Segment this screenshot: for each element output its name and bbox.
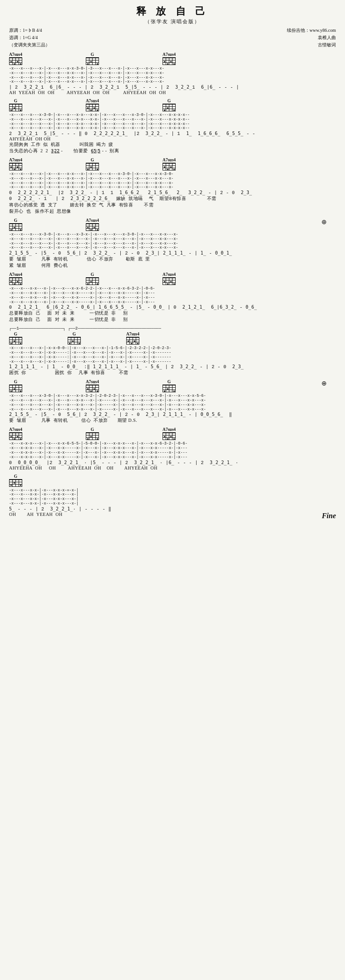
lyrics-3b: 裂开心 也 振作不起 思想像 — [9, 208, 336, 215]
composer: 袁椎人曲 — [287, 34, 336, 41]
chord-g-7b: G — [163, 380, 176, 392]
website: 续份吉他：www.y86.com — [287, 27, 336, 34]
tab-staff-2: -x---x---x---x-3-0-|-x---x---x-x---x-x-|… — [9, 113, 336, 131]
chord-a7sus4-1b: A7sus4 — [163, 52, 176, 65]
repeat-marks-row: ┌──1──────────────────┐ ┌──2────────────… — [9, 326, 336, 331]
main-title: 释 放 自 己 — [9, 5, 336, 18]
chord-g-6: G — [9, 332, 22, 345]
final-row: OH AH YEEAH OH Fine — [9, 512, 336, 520]
section-7: G A7sus4 — [9, 380, 336, 424]
numbers-1: | 2 3̲2̲2̲1 6̲|6̲ - - - | 2 3̲2̲2̲1 5̲|5… — [9, 85, 336, 90]
chord-g-3: G — [86, 158, 99, 170]
fine-mark: Fine — [322, 512, 336, 520]
lyrics-5b: 总要释放自 己 面 对 未 来 一切忧是 非 别 — [9, 316, 336, 323]
chord-a7sus4-5b: A7sus4 — [163, 272, 176, 285]
chord-a7sus4-4: A7sus4 — [86, 218, 99, 231]
chord-a7sus4-8: A7sus4 — [9, 427, 22, 440]
repeat-mark-1: ┌──1──────────────────┐ ┌──2────────────… — [9, 326, 161, 331]
chord-g-2b: G — [163, 99, 176, 111]
section-2: G A7sus4 — [9, 99, 336, 154]
chord-g-2: G — [9, 99, 22, 111]
section-4: G A7sus4 — [9, 218, 336, 269]
lyrics-8a: AHYEEHA OH OH AHYEEAH OH OH AHYEEAH OH — [9, 465, 336, 470]
select-key: 选调：1=G 4/4 — [9, 34, 50, 41]
tab-staff-7: -x---x---x---x-3-0-|-x---x---x-x-3-2-|-2… — [9, 394, 336, 412]
numbers-5: 0 2̲1̲2̲1̲ 6̲|6̲2̲2̲ - 0̲6̲| 1̲6̲6̲5̲5̲ … — [9, 305, 336, 310]
section-5: A7sus4 G — [9, 272, 336, 323]
title-section: 释 放 自 己 （张学友 演唱会版） — [9, 5, 336, 25]
tab-staff-1: -x---x---x---x-|-x---x---x-x-3-0-|-3---x… — [9, 67, 336, 85]
section-1: A7sus4 G — [9, 52, 336, 95]
lyrics-7a: 要 皱眉 凡事 有转机 信心 不放弃 期望 D.S. — [9, 417, 336, 424]
meta-left: 原调：1=♭B 4/4 选调：1=G 4/4 （变调夹夹第三品） — [9, 27, 50, 49]
page: 释 放 自 己 （张学友 演唱会版） 原调：1=♭B 4/4 选调：1=G 4/… — [0, 0, 345, 528]
numbers-3a: 0 2̲2̲2̲2̲2̲1̲ |2 3̲2̲2̲ - | 1 1 1̲6̲6̲2… — [9, 190, 336, 195]
lyrics-4a: 要 皱眉 凡事 有转机 信心 不放弃 歇斯 底 里 — [9, 256, 336, 262]
chord-g-7: G — [9, 380, 22, 392]
chord-g-1: G — [86, 52, 99, 65]
chord-a7sus4-8b: A7sus4 — [163, 427, 176, 440]
chord-a7sus4-2: A7sus4 — [86, 99, 99, 111]
tab-staff-9: -x---x---x-x-|-x---x-x-x-=-x-| -x---x---… — [9, 489, 336, 506]
numbers-6: 1̲2̲1̲1̲1̲ - | 1̲ - 0̲0̲ :‖ 1̲2̲1̲1̲1̲ -… — [9, 364, 336, 370]
section-3: A7sus4 G — [9, 158, 336, 215]
meta-section: 原调：1=♭B 4/4 选调：1=G 4/4 （变调夹夹第三品） 续份吉他：ww… — [9, 27, 336, 49]
chord-a7sus4-6: A7sus4 — [126, 332, 139, 345]
tab-staff-8: -x---x-x-x---x-|-x---x-x-6-5-5-|-5-0-0-|… — [9, 442, 336, 460]
lyrics-6a: 困扰 你 困扰 你 凡事 有惊喜 不需 — [9, 370, 336, 376]
lyricist: 古惜敏词 — [287, 41, 336, 49]
tab-staff-3: -x---x---x---x-|-x---x---x-x---x-|-x---x… — [9, 172, 336, 190]
tab-staff-5: -x---x---x-x---x-|-x---x---x-x-6-2-2-|-x… — [9, 287, 336, 305]
lyrics-2a: AHYEEAH OH OH — [9, 136, 336, 141]
numbers-7: 2̲1̲5̲5̲ - |5̲ - 0 5̲6̲| 2 3̲2̲2̲ - | 2 … — [9, 412, 336, 417]
lyrics-4b: 紧 皱眉 何用 费心机 — [9, 262, 336, 269]
chord-a7sus4-5: A7sus4 — [9, 272, 22, 285]
chord-g-9: G — [9, 474, 22, 487]
subtitle: （张学友 演唱会版） — [9, 18, 336, 25]
chord-g-6b: G — [68, 332, 81, 345]
lyrics-2b: 光阴匆匆 工作 似 机器 叫我困 竭力 疲 — [9, 141, 336, 148]
numbers-2: 2 3̲2̲2̲1 5̲|5̲ - - - ‖ 0 2̲2̲2̲2̲2̲1̲ |… — [9, 131, 336, 136]
lyrics-1: AH YEEAH OH OH AHYEEAH OH OH AHYEEAH OH … — [9, 90, 336, 95]
numbers-4: 2̲1̲5̲5̲ - |5̲ - 0 5̲6̲| 2 3̲2̲2̲ - | 2 … — [9, 250, 336, 256]
circle-symbol-1: ⊕ — [321, 218, 327, 226]
chord-a7sus4-3b: A7sus4 — [163, 158, 176, 170]
chord-a7sus4-1: A7sus4 — [9, 52, 22, 65]
lyrics-5a: 总要释放自 己 面 对 未 来 一切忧是 非 别 — [9, 310, 336, 316]
numbers-8: 0 0̲0̲0̲0̲ |2 3̲2̲2̲1̲ · |5̲ - - - | 2 3… — [9, 460, 336, 465]
tab-staff-4: -x---x---x---x-3-0-|-x---x---x-3-x-|-x--… — [9, 233, 336, 250]
tab-staff-6: -x---x---x---x-|-x-x-0-0-:|-x---x---x---… — [9, 346, 336, 364]
circle-symbol-2: ⊕ — [321, 380, 327, 387]
section-6: ┌──1──────────────────┐ ┌──2────────────… — [9, 326, 336, 376]
original-key: 原调：1=♭B 4/4 — [9, 27, 50, 34]
chord-a7sus4-7: A7sus4 — [86, 380, 99, 392]
lyrics-9a: OH AH YEEAH OH — [9, 512, 63, 520]
chord-a7sus4-3: A7sus4 — [9, 158, 22, 170]
lyrics-2c: 当失恋的心再 2 2 3̲2̲2̲ - 怕要爱 6̲5̲|5̲ - - 别离 — [9, 148, 336, 154]
chord-g-5: G — [86, 272, 99, 285]
meta-right: 续份吉他：www.y86.com 袁椎人曲 古惜敏词 — [287, 27, 336, 49]
numbers-3b: 0 2̲2̲2̲ · 1 | 2 2̲3̲2̲2̲2̲2̲6̲ 嫁缺 筑地嗝 气… — [9, 195, 336, 202]
numbers-9: 5̲ - - - | 2 3̲2̲2̲1̲· | - - - - ‖ — [9, 506, 336, 512]
chord-g-8: G — [86, 427, 99, 440]
chord-g-4: G — [9, 218, 22, 231]
section-8: A7sus4 G — [9, 427, 336, 470]
lyrics-3a: 将彷心的感觉 透 支了 嬉去转 换空 气 凡事 有惊喜 不需 — [9, 202, 336, 208]
section-9: G -x---x---x-x-|-x---x-x-x-=-x-| — [9, 474, 336, 520]
capo-note: （变调夹夹第三品） — [9, 41, 50, 49]
